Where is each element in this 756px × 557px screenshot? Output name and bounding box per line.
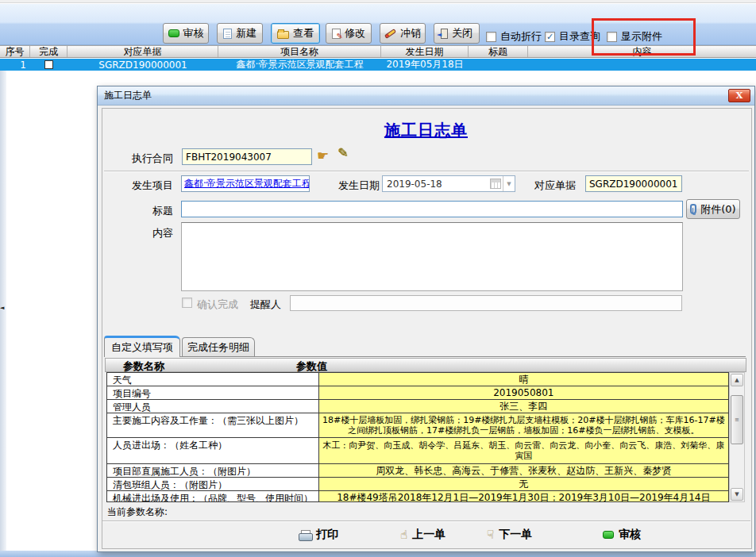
content-textarea[interactable] <box>181 222 683 291</box>
row-date: 2019年05月18日 <box>381 59 469 71</box>
column-header-date[interactable]: 发生日期 <box>381 46 469 57</box>
row-done-checkbox[interactable] <box>44 60 53 69</box>
close-door-icon <box>441 29 448 39</box>
param-value[interactable]: 18#楼49塔吊2018年12月1日—2019年1月30日；2019年3月10日… <box>319 491 728 502</box>
lookup-hand-icon[interactable]: ☛ <box>317 149 329 163</box>
reminder-input[interactable] <box>290 295 682 311</box>
dialog-heading: 施工日志单 <box>98 120 754 141</box>
scroll-up-icon[interactable]: ▲ <box>731 374 743 386</box>
audit-button[interactable]: 审核 <box>163 23 209 44</box>
hand-down-icon: ☟ <box>487 529 494 541</box>
next-doc-label: 下一单 <box>499 528 532 542</box>
dialog-titlebar[interactable]: 施工日志单 <box>98 86 754 106</box>
calendar-icon[interactable] <box>490 179 501 189</box>
new-doc-icon <box>223 29 232 39</box>
dropdown-arrow-icon[interactable]: ▼ <box>503 176 515 191</box>
autowrap-checkbox[interactable] <box>486 32 496 42</box>
tab-panel-border <box>104 356 746 357</box>
dialog-title: 施工日志单 <box>104 89 152 102</box>
reverse-pencil-icon <box>384 29 396 39</box>
column-header-done[interactable]: 完成 <box>30 46 68 57</box>
footer-audit-label: 审核 <box>619 528 641 542</box>
write-pen-icon[interactable]: ✎ <box>338 147 348 159</box>
doc-label: 对应单据 <box>516 179 576 193</box>
previous-doc-button[interactable]: ☝ 上一单 <box>400 528 446 542</box>
doc-input[interactable] <box>585 175 682 192</box>
column-header-doc[interactable]: 对应单据 <box>68 46 218 57</box>
view-button-label: 查看 <box>293 26 314 40</box>
edit-icon <box>332 29 341 39</box>
dialog-close-button[interactable]: X <box>728 89 750 102</box>
print-icon <box>299 530 311 540</box>
column-header-project[interactable]: 项目名称 <box>218 46 381 57</box>
project-link-input[interactable]: 鑫都·帝景示范区景观配套工程 <box>181 175 310 192</box>
param-value[interactable]: 无 <box>319 478 728 490</box>
param-row-direct-staff[interactable]: 项目部直属施工人员：（附图片） 周双龙、韩长忠、高海云、于修营、张麦秋、赵边防、… <box>107 464 728 478</box>
param-row-project-no[interactable]: 项目编号 2019050801 <box>107 386 728 400</box>
separator-line <box>104 171 749 172</box>
row-done-cell[interactable] <box>30 59 68 71</box>
catalog-query-checkbox[interactable]: ✓ <box>545 32 555 42</box>
project-link-text[interactable]: 鑫都·帝景示范区景观配套工程 <box>184 177 310 190</box>
window-top-strip <box>0 0 756 3</box>
contract-input[interactable] <box>182 148 312 165</box>
table-row[interactable]: 1 SGRZD190000001 鑫都·帝景示范区景观配套工程 2019年05月… <box>0 59 756 71</box>
param-name: 天气 <box>107 373 319 386</box>
param-value[interactable]: 张三、李四 <box>319 400 728 413</box>
modify-button[interactable]: 修改 <box>326 23 372 44</box>
param-value[interactable]: 晴 <box>319 373 728 386</box>
construction-log-dialog: 施工日志单 X 施工日志单 执行合同 ☛ ✎ 发生项目 鑫都·帝景示范区景观配套… <box>97 86 755 552</box>
open-folder-icon <box>277 31 289 39</box>
date-picker[interactable]: 2019-05-18 ▼ <box>382 175 515 192</box>
hand-up-icon: ☝ <box>400 529 407 541</box>
reverse-button[interactable]: 冲销 <box>380 23 426 44</box>
param-value[interactable]: 18#楼十层墙板加固，绑扎梁钢筋；19#楼绑扎九层支墙柱模板；20#楼十层绑扎钢… <box>319 413 728 437</box>
check-icon: ✓ <box>546 33 554 41</box>
new-button[interactable]: 新建 <box>217 23 263 44</box>
param-table[interactable]: 天气 晴 项目编号 2019050801 管理人员 张三、李四 主要施工内容及工… <box>106 372 729 502</box>
param-table-header: 参数名称 参数值 <box>105 358 746 372</box>
footer-audit-button[interactable]: 审核 <box>603 528 641 542</box>
param-table-scrollbar[interactable]: ▲ ≡ ▼ <box>729 372 745 502</box>
close-button[interactable]: 关闭 <box>434 23 480 44</box>
param-value[interactable]: 木工：向尹贺、向玉成、胡令学、吕延东、胡玉、向云雷、向云龙、向小奎、向云飞、康浩… <box>319 438 728 463</box>
column-header-title[interactable]: 标题 <box>469 46 528 57</box>
param-name: 主要施工内容及工作量：（需三张以上图片） <box>107 413 319 437</box>
param-name: 清包班组人员：（附图片） <box>107 478 319 490</box>
autowrap-checkbox-group[interactable]: 自动折行 <box>486 29 542 44</box>
next-doc-button[interactable]: ☟ 下一单 <box>487 528 532 542</box>
param-value[interactable]: 2019050801 <box>319 386 728 399</box>
tab-task-detail[interactable]: 完成任务明细 <box>182 337 255 357</box>
row-content <box>528 59 756 71</box>
tab-custom-fields[interactable]: 自定义填写项 <box>104 336 180 357</box>
column-header-seq[interactable]: 序号 <box>0 46 30 57</box>
new-button-label: 新建 <box>236 26 256 40</box>
param-row-weather[interactable]: 天气 晴 <box>107 373 728 386</box>
param-name: 人员进出场：（姓名工种） <box>107 438 319 463</box>
close-x-icon: X <box>736 90 743 101</box>
param-row-machinery[interactable]: 机械进出场及使用：（品牌、型号、使用时间） 18#楼49塔吊2018年12月1日… <box>107 491 728 502</box>
print-button-label: 打印 <box>316 528 338 542</box>
scrollbar-thumb[interactable]: ≡ <box>731 395 743 444</box>
param-value[interactable]: 周双龙、韩长忠、高海云、于修营、张麦秋、赵边防、王新兴、秦梦贤 <box>319 464 728 477</box>
scroll-down-icon[interactable]: ▼ <box>731 488 743 501</box>
param-row-main-work[interactable]: 主要施工内容及工作量：（需三张以上图片） 18#楼十层墙板加固，绑扎梁钢筋；19… <box>107 413 728 438</box>
title-input[interactable] <box>181 201 683 217</box>
view-button[interactable]: 查看 <box>271 23 320 44</box>
param-row-personnel[interactable]: 人员进出场：（姓名工种） 木工：向尹贺、向玉成、胡令学、吕延东、胡玉、向云雷、向… <box>107 438 728 464</box>
audit-icon <box>168 29 179 37</box>
close-button-label: 关闭 <box>452 26 472 40</box>
title-label: 标题 <box>114 204 173 218</box>
collapse-panel-arrow-icon[interactable]: ◄ <box>0 305 4 311</box>
row-project: 鑫都·帝景示范区景观配套工程 <box>218 59 381 71</box>
contract-label: 执行合同 <box>114 152 173 166</box>
application-window: 审核 新建 查看 修改 冲销 关闭 自动折行 ✓ 目录查询 <box>0 0 756 557</box>
confirm-done-checkbox <box>182 298 192 308</box>
attachment-button[interactable]: 附件(0) <box>686 199 740 219</box>
param-name: 项目部直属施工人员：（附图片） <box>107 464 319 477</box>
row-title <box>469 59 528 71</box>
param-row-managers[interactable]: 管理人员 张三、李四 <box>107 400 728 413</box>
print-button[interactable]: 打印 <box>299 528 338 542</box>
param-row-subcontract[interactable]: 清包班组人员：（附图片） 无 <box>107 478 728 491</box>
attachment-button-label: 附件(0) <box>700 202 735 217</box>
